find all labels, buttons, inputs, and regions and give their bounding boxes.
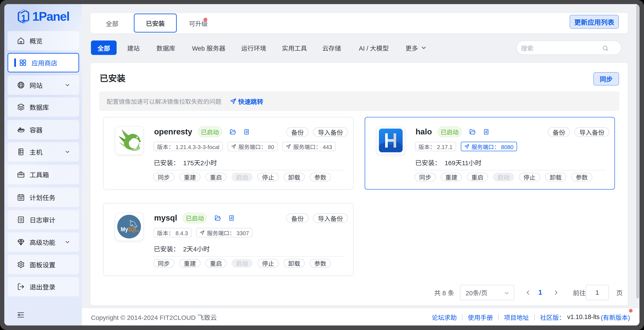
svg-text:SQL: SQL — [128, 226, 137, 233]
svg-text:1: 1 — [21, 13, 26, 23]
svg-text:™: ™ — [137, 231, 139, 232]
svg-text:My: My — [121, 226, 128, 233]
